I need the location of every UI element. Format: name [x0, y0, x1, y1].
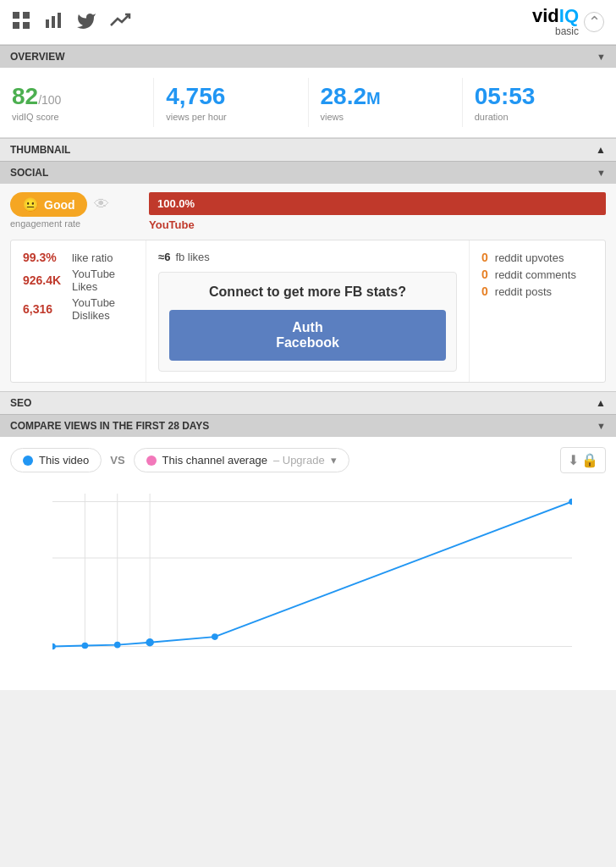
fb-likes-row: ≈6 fb likes — [158, 251, 457, 263]
views-label: views — [321, 112, 450, 122]
chart-dot-28 — [569, 499, 572, 505]
seo-arrow[interactable]: ▲ — [596, 397, 606, 409]
compare-controls: This video VS This channel average – Upg… — [10, 447, 606, 473]
duration-value: 05:53 — [475, 83, 536, 109]
channel-avg-pill[interactable]: This channel average – Upgrade ▾ — [134, 448, 349, 472]
channel-avg-label: This channel average — [162, 454, 267, 467]
x-label-7: 7 — [212, 653, 217, 654]
connect-fb-bold: FB — [344, 284, 362, 299]
auth-facebook-button[interactable]: AuthFacebook — [169, 310, 446, 361]
reddit-comments-text: reddit comments — [495, 268, 576, 281]
reddit-comments-row: 0 reddit comments — [481, 268, 593, 281]
thumbnail-arrow[interactable]: ▲ — [596, 144, 606, 156]
engagement-good-label: Good — [44, 198, 75, 212]
download-button[interactable]: ⬇ 🔒 — [560, 447, 606, 473]
chart-dot-1 — [82, 643, 89, 649]
views-per-hour-value: 4,756 — [166, 83, 225, 109]
duration-label: duration — [475, 112, 604, 122]
svg-rect-6 — [58, 13, 61, 28]
vs-text: VS — [110, 454, 124, 467]
reddit-posts-text: reddit posts — [495, 285, 552, 298]
views-chart: 1M 674K 0 0 1 2 3 7 28 — [52, 494, 572, 654]
dropdown-arrow-icon[interactable]: ▾ — [331, 454, 337, 467]
stat-vidiq-score: 82/100 vidIQ score — [0, 78, 154, 127]
views-per-hour-label: views per hour — [166, 112, 295, 122]
social-title: SOCIAL — [10, 167, 48, 179]
svg-rect-2 — [13, 22, 19, 29]
svg-rect-0 — [13, 12, 19, 19]
vidiq-score-label: vidIQ score — [12, 112, 141, 122]
channel-avg-dot — [146, 456, 157, 466]
overview-arrow[interactable]: ▼ — [597, 52, 606, 62]
connect-text: Connect to get more FB stats? — [169, 283, 446, 301]
yt-likes-text: YouTube Likes — [72, 268, 134, 293]
reddit-posts-num: 0 — [481, 284, 488, 298]
social-arrow[interactable]: ▼ — [597, 168, 606, 178]
stat-duration: 05:53 duration — [463, 78, 616, 127]
fb-stats-col: ≈6 fb likes Connect to get more FB stats… — [146, 240, 470, 382]
compare-section-header: COMPARE VIEWS IN THE FIRST 28 DAYS ▼ — [0, 414, 616, 437]
emoji-icon: 😐 — [22, 196, 39, 213]
reddit-upvotes-row: 0 reddit upvotes — [481, 251, 593, 264]
yt-likes-row: 926.4K YouTube Likes — [23, 268, 134, 293]
eye-icon[interactable]: 👁 — [94, 196, 109, 213]
overview-title: OVERVIEW — [10, 51, 64, 63]
chart-dot-0 — [52, 643, 56, 650]
overview-content: 82/100 vidIQ score 4,756 views per hour … — [0, 68, 616, 138]
twitter-icon[interactable] — [76, 11, 96, 34]
vidiq-score-denom: /100 — [38, 93, 61, 107]
chart-dot-3 — [146, 638, 154, 647]
like-ratio-num: 99.3% — [23, 251, 65, 264]
views-value: 28.2 — [321, 83, 367, 109]
yt-dislikes-row: 6,316 YouTube Dislikes — [23, 296, 134, 322]
compare-title: COMPARE VIEWS IN THE FIRST 28 DAYS — [10, 420, 209, 432]
engagement-rate-label: engagement rate — [10, 218, 137, 229]
yt-platform-label: YouTube — [149, 218, 606, 231]
vidiq-score-value: 82 — [12, 83, 38, 109]
x-label-0: 0 — [52, 653, 56, 654]
yt-dislikes-text: YouTube Dislikes — [72, 296, 134, 322]
like-ratio-text: like ratio — [72, 251, 113, 264]
x-label-3: 3 — [146, 653, 152, 654]
download-icon: ⬇ — [568, 452, 579, 468]
social-stats-grid: 99.3% like ratio 926.4K YouTube Likes 6,… — [10, 240, 606, 383]
logo-vid: vid — [532, 5, 559, 26]
fb-likes-label: fb likes — [175, 251, 209, 263]
logo-iq: IQ — [559, 5, 579, 26]
reddit-posts-row: 0 reddit posts — [481, 284, 593, 298]
reddit-comments-num: 0 — [481, 268, 488, 281]
this-video-dot — [23, 456, 33, 466]
chart-dot-7 — [212, 634, 218, 641]
chart-line — [52, 502, 572, 647]
youtube-stats-col: 99.3% like ratio 926.4K YouTube Likes 6,… — [11, 240, 146, 382]
connect-text-before: Connect to get more — [209, 284, 344, 299]
chart-dot-2 — [114, 642, 121, 649]
logo-up-icon[interactable]: ⌃ — [584, 12, 604, 32]
x-label-1: 1 — [82, 653, 88, 654]
svg-rect-3 — [23, 22, 30, 29]
stat-views-per-hour: 4,756 views per hour — [154, 78, 308, 127]
thumbnail-section-header: THUMBNAIL ▲ — [0, 138, 616, 161]
upgrade-label: – Upgrade — [273, 454, 325, 467]
social-content: 😐 Good 👁 engagement rate 100.0% YouTube … — [0, 184, 616, 391]
reddit-stats-col: 0 reddit upvotes 0 reddit comments 0 red… — [470, 240, 605, 382]
fb-approx-num: ≈6 — [158, 251, 170, 263]
chart-area: 1M 674K 0 0 1 2 3 7 28 — [10, 485, 606, 680]
yt-dislikes-num: 6,316 — [23, 302, 65, 316]
yt-likes-num: 926.4K — [23, 273, 65, 287]
svg-rect-5 — [52, 16, 55, 28]
this-video-label: This video — [39, 454, 89, 467]
compare-content: This video VS This channel average – Upg… — [0, 437, 616, 690]
connect-text-after: stats? — [362, 284, 406, 299]
trending-icon[interactable] — [110, 11, 132, 34]
connect-fb-box: Connect to get more FB stats? AuthFacebo… — [158, 272, 457, 372]
seo-title: SEO — [10, 397, 31, 409]
this-video-pill[interactable]: This video — [10, 448, 102, 472]
yt-percent-bar: 100.0% — [149, 192, 606, 215]
thumbnail-title: THUMBNAIL — [10, 144, 70, 156]
social-section-header: SOCIAL ▼ — [0, 161, 616, 184]
bar-chart-icon[interactable] — [44, 11, 63, 34]
x-label-2: 2 — [114, 653, 120, 654]
grid-icon[interactable] — [12, 11, 30, 34]
compare-arrow[interactable]: ▼ — [597, 421, 606, 431]
